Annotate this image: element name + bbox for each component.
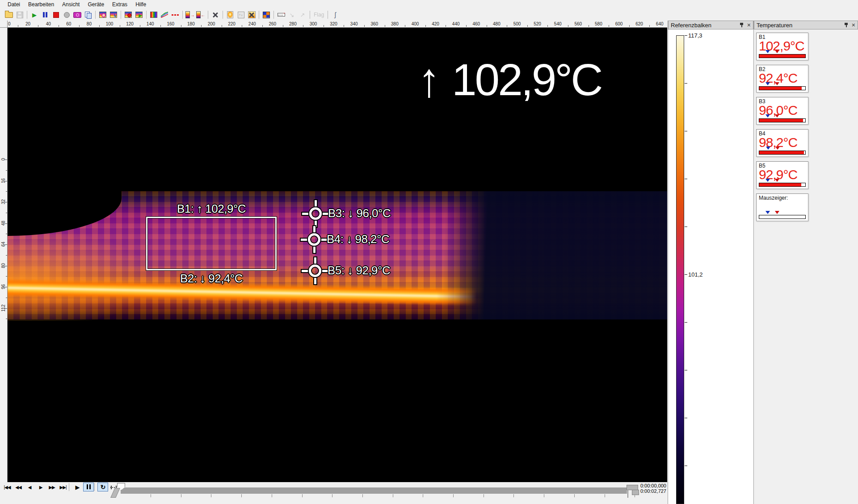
play-button[interactable]: ▶: [72, 483, 83, 491]
measure-label-b4[interactable]: B4: ↓ 98,2°C: [327, 232, 389, 246]
temperature-bar[interactable]: [759, 179, 806, 187]
thermal-tools-button[interactable]: [247, 10, 257, 20]
toolbar-separator: [259, 11, 259, 19]
ruler-tick: [589, 25, 589, 27]
copy-button[interactable]: [83, 10, 93, 20]
stop-button[interactable]: [51, 10, 61, 20]
max-marker-icon[interactable]: [775, 147, 780, 150]
image-zoom-button[interactable]: [98, 10, 108, 20]
measure-label-b2[interactable]: B2: ↓ 92,4°C: [146, 272, 277, 286]
ruler-tick: [6, 213, 7, 213]
profile-curves-button[interactable]: [160, 10, 169, 20]
menu-item-datei[interactable]: Datei: [4, 0, 24, 8]
scale-shift-right-button[interactable]: →: [185, 10, 195, 20]
pause-button[interactable]: [40, 10, 50, 20]
min-marker-icon[interactable]: [766, 147, 770, 150]
ruler-label: 640: [656, 21, 664, 26]
fit-range-button[interactable]: ↑↓: [236, 10, 246, 20]
measure-label-b3[interactable]: B3: ↓ 96,0°C: [328, 206, 391, 220]
max-marker-icon[interactable]: [775, 50, 779, 53]
close-icon[interactable]: ×: [852, 22, 855, 28]
timeline-track[interactable]: [121, 487, 627, 494]
step-back-button[interactable]: ◀: [24, 483, 35, 491]
go-end-button[interactable]: ▶▶|: [58, 483, 68, 491]
ruler-tick: [507, 25, 507, 27]
loop-button[interactable]: ↻: [97, 483, 108, 491]
temperature-bar-track[interactable]: [759, 54, 806, 58]
min-marker-icon[interactable]: [765, 82, 770, 85]
menu-item-hilfe[interactable]: Hilfe: [131, 0, 150, 8]
temperature-bar-fill: [759, 119, 803, 122]
menu-item-extras[interactable]: Extras: [108, 0, 131, 8]
ruler-tick: [201, 25, 202, 27]
temperature-bar[interactable]: [759, 114, 806, 122]
ruler-label: 200: [208, 21, 215, 26]
record-button[interactable]: [62, 10, 72, 20]
min-marker-icon[interactable]: [765, 114, 770, 118]
reference-bar-panel: Referenzbalken × 117,3 101,2: [668, 21, 753, 504]
ruler-label: 40: [46, 21, 51, 26]
fast-rewind-button[interactable]: ◀◀: [13, 483, 24, 491]
max-temperature-value: 102,9°C: [452, 57, 601, 102]
menu-item-ansicht[interactable]: Ansicht: [58, 0, 84, 8]
temperature-bar-track[interactable]: [759, 215, 806, 219]
max-marker-icon[interactable]: [775, 114, 779, 118]
line-style-button[interactable]: [170, 10, 180, 20]
ruler-label: 500: [513, 21, 521, 26]
image-record-button[interactable]: [123, 10, 133, 20]
max-marker-icon[interactable]: [775, 179, 779, 182]
fast-forward-button[interactable]: ▶▶: [46, 483, 57, 491]
ruler-tick: [568, 25, 568, 27]
image-play-button[interactable]: ▶: [134, 10, 144, 20]
min-marker-icon[interactable]: [765, 179, 770, 182]
thermal-image-canvas[interactable]: ↑ 102,9°C B1: ↑ 102,9°C B2: ↓ 92,4°C B3:…: [8, 28, 667, 482]
palette-bar-button[interactable]: [225, 10, 235, 20]
menu-item-geräte[interactable]: Geräte: [84, 0, 108, 8]
temperature-bar[interactable]: [759, 50, 806, 58]
ruler-tick: [649, 25, 650, 27]
temperature-bar-track[interactable]: [759, 151, 806, 155]
freehand-button[interactable]: ʃ: [330, 10, 340, 20]
min-marker-icon[interactable]: [765, 50, 770, 53]
ruler-tick: [446, 25, 446, 27]
temperature-bar[interactable]: [759, 147, 806, 155]
temperature-bar[interactable]: [759, 211, 806, 219]
ruler-label: 300: [310, 21, 317, 26]
palette-button[interactable]: [149, 10, 159, 20]
go-start-button[interactable]: |◀◀: [2, 483, 13, 491]
ruler-label: 60: [66, 21, 71, 26]
panel-title: Temperaturen: [757, 22, 792, 29]
max-marker-icon[interactable]: [775, 211, 779, 214]
ruler-tick: [5, 308, 7, 309]
measure-label-b1[interactable]: B1: ↑ 102,9°C: [146, 202, 277, 216]
close-icon[interactable]: ×: [747, 22, 751, 28]
ruler-label: 480: [493, 21, 500, 26]
snapshot-button[interactable]: [72, 10, 82, 20]
pin-icon[interactable]: [740, 23, 744, 28]
temperature-bar-track[interactable]: [759, 118, 806, 122]
temperature-bar-track[interactable]: [759, 183, 806, 187]
step-forward-button[interactable]: ▶: [35, 483, 46, 491]
measure-distance-button[interactable]: →: [276, 10, 286, 20]
ruler-label: 460: [472, 21, 480, 26]
temperature-bar-track[interactable]: [759, 86, 806, 90]
menu-item-bearbeiten[interactable]: Bearbeiten: [24, 0, 58, 8]
play-button[interactable]: ▶: [29, 10, 39, 20]
measure-region-b1-rectangle[interactable]: [146, 217, 277, 270]
quad-view-button[interactable]: [261, 10, 271, 20]
horizontal-ruler: 0204060801001201401601802002202402602803…: [8, 21, 667, 28]
image-export-button[interactable]: ↳: [109, 10, 118, 20]
max-marker-icon[interactable]: [775, 82, 779, 85]
measure-label-b5[interactable]: B5: ↓ 92,9°C: [328, 264, 390, 277]
pin-icon[interactable]: [844, 23, 848, 28]
ruler-tick: [629, 25, 630, 27]
min-marker-icon[interactable]: [765, 211, 770, 214]
max-temperature-overlay: ↑ 102,9°C: [418, 57, 601, 102]
pause-button[interactable]: [83, 483, 94, 491]
open-file-button[interactable]: [4, 10, 14, 20]
timeline-tick: [544, 494, 544, 497]
scale-shift-left-button[interactable]: ←: [196, 10, 206, 20]
tools-button[interactable]: [210, 10, 220, 20]
temperature-bar[interactable]: [759, 82, 806, 90]
scale-max-value: 117,3: [688, 32, 702, 39]
